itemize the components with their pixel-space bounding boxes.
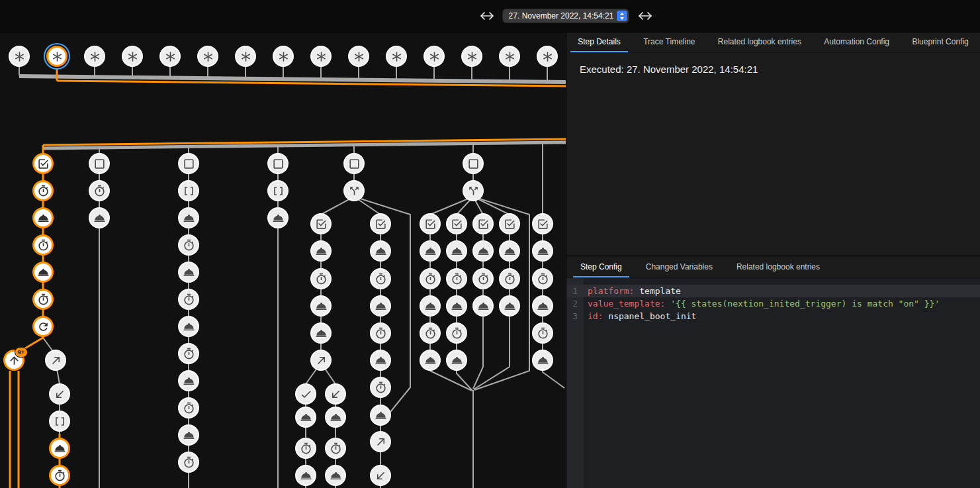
- graph-node-service-bell[interactable]: [32, 207, 54, 228]
- graph-node-service-bell[interactable]: [420, 295, 441, 317]
- tab-blueprint-config[interactable]: Blueprint Config: [905, 32, 975, 52]
- graph-node-service-bell[interactable]: [178, 207, 199, 228]
- graph-node-arrow-bottom-left[interactable]: [325, 383, 346, 405]
- graph-node-asterisk[interactable]: [537, 46, 558, 67]
- graph-node-checkbox-marked[interactable]: [32, 153, 54, 174]
- graph-node-service-bell[interactable]: [267, 207, 289, 228]
- graph-node-service-bell[interactable]: [178, 316, 199, 337]
- graph-node-service-bell[interactable]: [32, 262, 54, 283]
- graph-node-service-bell[interactable]: [295, 407, 316, 428]
- graph-node-asterisk[interactable]: [423, 46, 445, 67]
- graph-node-code-brackets[interactable]: [49, 411, 70, 432]
- graph-node-checkbox-marked[interactable]: [420, 213, 441, 234]
- graph-node-service-bell[interactable]: [446, 350, 467, 371]
- graph-node-timer[interactable]: [420, 268, 441, 289]
- graph-node-asterisk[interactable]: [273, 46, 294, 67]
- graph-node-timer[interactable]: [32, 234, 54, 256]
- code-line-1[interactable]: 1platform: template: [566, 285, 980, 297]
- graph-node-checkbox-blank[interactable]: [267, 153, 289, 174]
- graph-node-service-bell[interactable]: [310, 322, 332, 344]
- graph-node-code-brackets[interactable]: [267, 180, 289, 201]
- graph-node-service-bell[interactable]: [178, 262, 199, 283]
- graph-node-timer[interactable]: [420, 322, 441, 344]
- graph-node-asterisk[interactable]: [386, 46, 407, 67]
- graph-node-service-bell[interactable]: [370, 405, 391, 426]
- graph-node-checkbox-marked[interactable]: [532, 213, 553, 234]
- graph-node-service-bell[interactable]: [472, 295, 494, 317]
- graph-node-timer[interactable]: [32, 180, 54, 201]
- graph-node-service-bell[interactable]: [370, 350, 391, 371]
- graph-node-timer[interactable]: [370, 322, 391, 344]
- graph-node-checkbox-marked[interactable]: [446, 213, 467, 234]
- graph-node-service-bell[interactable]: [178, 370, 199, 391]
- graph-node-timer[interactable]: [310, 268, 332, 289]
- graph-node-asterisk[interactable]: [9, 46, 30, 67]
- graph-node-service-bell[interactable]: [499, 295, 520, 317]
- graph-node-service-bell[interactable]: [420, 350, 441, 371]
- graph-node-asterisk[interactable]: [348, 46, 369, 67]
- graph-node-checkbox-marked[interactable]: [310, 213, 332, 234]
- graph-node-service-bell[interactable]: [178, 424, 199, 446]
- graph-node-checkbox-blank[interactable]: [89, 153, 110, 174]
- graph-node-arrow-top-right[interactable]: [45, 350, 66, 371]
- graph-node-asterisk[interactable]: [122, 46, 143, 67]
- graph-node-service-bell[interactable]: [325, 407, 346, 428]
- graph-node-timer[interactable]: [89, 180, 110, 201]
- graph-node-timer[interactable]: [32, 289, 54, 310]
- graph-node-asterisk[interactable]: [310, 46, 332, 67]
- graph-node-arrow-bottom-left[interactable]: [49, 383, 70, 405]
- run-select[interactable]: 27. November 2022, 14:54:21: [502, 9, 629, 23]
- graph-node-service-bell[interactable]: [532, 350, 553, 371]
- tab-step-config[interactable]: Step Config: [573, 257, 629, 277]
- yaml-editor[interactable]: 1platform: template2value_template: '{{ …: [566, 278, 980, 488]
- graph-node-arrow-top-right[interactable]: [370, 431, 391, 452]
- graph-node-checkbox-blank[interactable]: [343, 153, 365, 174]
- graph-node-timer[interactable]: [446, 322, 467, 344]
- graph-node-service-bell[interactable]: [370, 295, 391, 317]
- tab-trace-timeline[interactable]: Trace Timeline: [636, 32, 702, 52]
- tab-related-logbook-entries[interactable]: Related logbook entries: [729, 257, 827, 277]
- graph-node-asterisk[interactable]: [461, 46, 482, 67]
- graph-node-code-brackets[interactable]: [178, 180, 199, 201]
- graph-node-service-bell[interactable]: [295, 465, 316, 486]
- next-run-icon[interactable]: [637, 11, 653, 21]
- graph-node-timer[interactable]: [472, 268, 494, 289]
- code-line-3[interactable]: 3id: nspanel_boot_init: [566, 310, 980, 322]
- graph-node-asterisk[interactable]: [197, 46, 218, 67]
- graph-node-checkbox-marked[interactable]: [499, 213, 520, 234]
- tab-automation-config[interactable]: Automation Config: [817, 32, 897, 52]
- graph-node-checkbox-marked[interactable]: [472, 213, 494, 234]
- graph-node-checkbox-blank[interactable]: [178, 153, 199, 174]
- graph-node-timer[interactable]: [370, 268, 391, 289]
- graph-node-service-bell[interactable]: [532, 295, 553, 317]
- graph-node-service-bell[interactable]: [499, 240, 520, 262]
- graph-node-asterisk[interactable]: [46, 46, 67, 67]
- graph-node-timer[interactable]: [49, 465, 70, 486]
- graph-node-checkbox-marked[interactable]: [370, 213, 391, 234]
- graph-node-timer[interactable]: [532, 268, 553, 289]
- graph-node-service-bell[interactable]: [472, 240, 494, 262]
- graph-node-check[interactable]: [295, 383, 316, 405]
- graph-node-service-bell[interactable]: [310, 240, 332, 262]
- graph-node-asterisk[interactable]: [235, 46, 256, 67]
- graph-node-timer[interactable]: [295, 438, 316, 459]
- graph-node-arrow-top-right[interactable]: [310, 350, 332, 371]
- tab-related-logbook-entries[interactable]: Related logbook entries: [711, 32, 809, 52]
- tab-step-details[interactable]: Step Details: [570, 32, 628, 52]
- graph-node-asterisk[interactable]: [84, 46, 105, 67]
- graph-node-arrow-bottom-left[interactable]: [370, 465, 391, 486]
- graph-node-refresh[interactable]: [32, 316, 54, 337]
- graph-node-timer[interactable]: [178, 343, 199, 364]
- graph-node-service-bell[interactable]: [89, 207, 110, 228]
- graph-node-service-bell[interactable]: [446, 295, 467, 317]
- graph-node-service-bell[interactable]: [310, 295, 332, 317]
- graph-node-asterisk[interactable]: [499, 46, 520, 67]
- graph-node-timer[interactable]: [499, 268, 520, 289]
- graph-node-split[interactable]: [463, 180, 484, 201]
- graph-node-split[interactable]: [343, 180, 365, 201]
- graph-node-timer[interactable]: [178, 289, 199, 310]
- graph-node-service-bell[interactable]: [325, 465, 346, 486]
- graph-node-service-bell[interactable]: [49, 438, 70, 459]
- graph-node-service-bell[interactable]: [532, 240, 553, 262]
- graph-node-timer[interactable]: [325, 438, 346, 459]
